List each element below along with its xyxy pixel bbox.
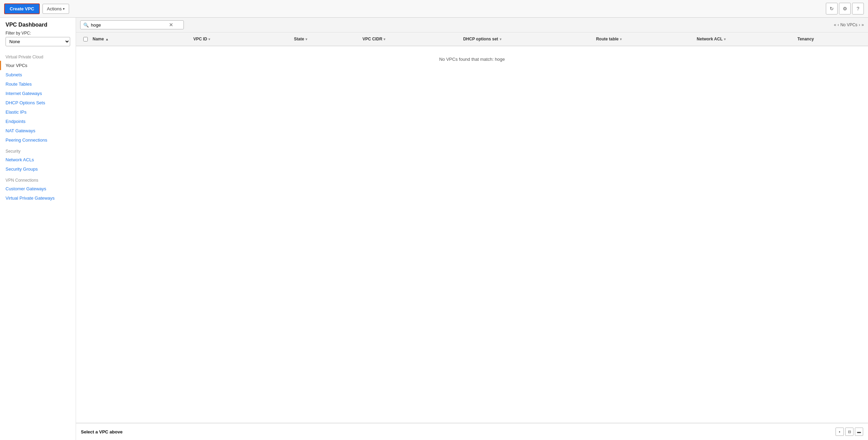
filter-dhcp-icon: ▾ (500, 37, 501, 41)
th-vpc-cidr[interactable]: VPC CIDR ▾ (360, 34, 461, 44)
filter-vpc-id-icon: ▾ (208, 37, 210, 41)
filter-route-icon: ▾ (620, 37, 622, 41)
panel-view-bottom-button[interactable]: ▬ (855, 428, 863, 436)
th-name-label: Name (93, 37, 104, 41)
filter-state-icon: ▾ (305, 37, 307, 41)
sidebar-item-endpoints[interactable]: Endpoints (0, 117, 76, 126)
sidebar-section-label: Security (0, 145, 76, 155)
search-bar: 🔍 ✕ « ‹ No VPCs › » (76, 18, 868, 32)
sidebar-item-network-acls[interactable]: Network ACLs (0, 155, 76, 164)
sidebar-item-security-groups[interactable]: Security Groups (0, 164, 76, 174)
pagination-label: No VPCs (840, 22, 857, 27)
toolbar-icons: ↻ ⚙ ? (826, 3, 864, 15)
pagination-last-icon[interactable]: » (861, 22, 864, 27)
th-dhcp-label: DHCP options set (463, 37, 498, 41)
search-input[interactable] (91, 22, 167, 28)
sidebar-item-subnets[interactable]: Subnets (0, 70, 76, 79)
filter-cidr-icon: ▾ (384, 37, 385, 41)
sidebar-title: VPC Dashboard (0, 22, 76, 31)
sidebar-item-peering-connections[interactable]: Peering Connections (0, 135, 76, 145)
sidebar-item-customer-gateways[interactable]: Customer Gateways (0, 184, 76, 193)
sidebar-item-nat-gateways[interactable]: NAT Gateways (0, 126, 76, 135)
th-tenancy[interactable]: Tenancy (795, 34, 864, 44)
th-route-table-label: Route table (596, 37, 619, 41)
panel-view-full-icon: ▪ (839, 430, 840, 434)
th-network-acl[interactable]: Network ACL ▾ (695, 34, 795, 44)
th-dhcp-options-set[interactable]: DHCP options set ▾ (461, 34, 594, 44)
search-input-wrap: 🔍 ✕ (80, 20, 184, 29)
search-icon: 🔍 (83, 22, 89, 28)
main-layout: VPC Dashboard Filter by VPC: None Virtua… (0, 18, 868, 440)
th-tenancy-label: Tenancy (798, 37, 814, 41)
sidebar-item-internet-gateways[interactable]: Internet Gateways (0, 89, 76, 98)
actions-button[interactable]: Actions ▾ (43, 4, 69, 14)
sidebar-section-label: VPN Connections (0, 174, 76, 184)
th-vpc-id-label: VPC ID (193, 37, 207, 41)
th-state[interactable]: State ▾ (292, 34, 360, 44)
filter-label: Filter by VPC: (0, 31, 76, 37)
pagination-next-icon[interactable]: › (859, 22, 860, 27)
refresh-icon: ↻ (830, 6, 834, 11)
bottom-panel-title: Select a VPC above (81, 429, 123, 434)
help-button[interactable]: ? (852, 3, 864, 15)
pagination-info: « ‹ No VPCs › » (834, 22, 864, 27)
actions-chevron-icon: ▾ (63, 7, 65, 11)
toolbar: Create VPC Actions ▾ ↻ ⚙ ? (0, 0, 868, 18)
sidebar-item-dhcp-options-sets[interactable]: DHCP Options Sets (0, 98, 76, 107)
filter-vpc-select[interactable]: None (6, 37, 70, 46)
th-route-table[interactable]: Route table ▾ (594, 34, 695, 44)
filter-nacl-icon: ▾ (724, 37, 726, 41)
create-vpc-button[interactable]: Create VPC (4, 3, 40, 14)
panel-view-full-button[interactable]: ▪ (836, 428, 844, 436)
th-checkbox (80, 37, 91, 41)
settings-button[interactable]: ⚙ (839, 3, 851, 15)
sort-name-icon: ▲ (105, 37, 109, 41)
search-clear-icon[interactable]: ✕ (169, 22, 173, 28)
th-name[interactable]: Name ▲ (91, 34, 191, 44)
panel-view-bottom-icon: ▬ (857, 430, 861, 434)
th-state-label: State (294, 37, 304, 41)
select-all-checkbox[interactable] (83, 37, 88, 41)
empty-message: No VPCs found that match: hoge (76, 50, 868, 69)
sidebar-item-route-tables[interactable]: Route Tables (0, 79, 76, 89)
bottom-panel: Select a VPC above ▪ ⊟ ▬ (76, 423, 868, 440)
sidebar-section-label: Virtual Private Cloud (0, 50, 76, 61)
panel-view-icons: ▪ ⊟ ▬ (836, 428, 863, 436)
sidebar-item-elastic-ips[interactable]: Elastic IPs (0, 107, 76, 117)
th-vpc-id[interactable]: VPC ID ▾ (191, 34, 292, 44)
pagination-prev-icon[interactable]: ‹ (838, 22, 839, 27)
panel-view-split-button[interactable]: ⊟ (845, 428, 853, 436)
refresh-button[interactable]: ↻ (826, 3, 838, 15)
sidebar-item-virtual-private-gateways[interactable]: Virtual Private Gateways (0, 193, 76, 203)
help-icon: ? (857, 6, 859, 11)
table-body: No VPCs found that match: hoge (76, 46, 868, 423)
actions-label: Actions (47, 6, 62, 11)
table-header-row: Name ▲ VPC ID ▾ State ▾ VPC CIDR ▾ DHCP … (76, 32, 868, 46)
sidebar-sections: Virtual Private CloudYour VPCsSubnetsRou… (0, 50, 76, 203)
sidebar: VPC Dashboard Filter by VPC: None Virtua… (0, 18, 76, 440)
th-network-acl-label: Network ACL (697, 37, 723, 41)
settings-icon: ⚙ (843, 6, 847, 11)
panel-view-split-icon: ⊟ (848, 430, 851, 434)
filter-select-wrap: None (0, 37, 76, 50)
th-vpc-cidr-label: VPC CIDR (362, 37, 382, 41)
content-area: 🔍 ✕ « ‹ No VPCs › » Name ▲ VPC (76, 18, 868, 440)
sidebar-item-your-vpcs[interactable]: Your VPCs (0, 61, 76, 70)
pagination-first-icon[interactable]: « (834, 22, 836, 27)
